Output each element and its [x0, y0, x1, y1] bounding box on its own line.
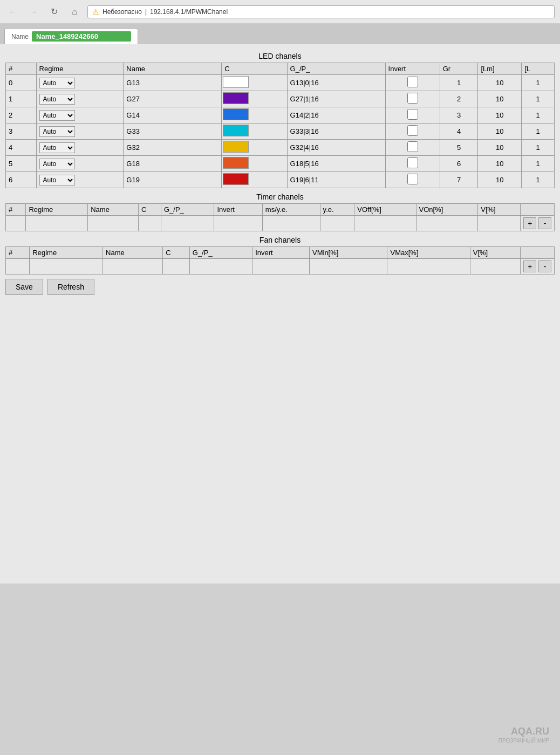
led-cell-invert[interactable]: [385, 156, 440, 172]
save-button[interactable]: Save: [5, 279, 43, 295]
led-cell-extra: 1: [522, 172, 555, 188]
led-cell-num: 2: [6, 107, 37, 123]
led-color-swatch-6[interactable]: [223, 173, 249, 185]
fan-col-v: V[%]: [470, 247, 521, 259]
led-cell-regime[interactable]: Auto Manual Off: [36, 156, 124, 172]
led-name-input-1[interactable]: [126, 95, 218, 103]
led-regime-select-3[interactable]: Auto Manual Off: [39, 126, 75, 137]
refresh-button[interactable]: Refresh: [47, 279, 94, 295]
led-cell-extra: 1: [522, 156, 555, 172]
main-tab[interactable]: Name: [4, 28, 138, 44]
home-button[interactable]: ⌂: [67, 4, 82, 19]
led-cell-color[interactable]: [222, 75, 287, 91]
led-cell-color[interactable]: [222, 107, 287, 123]
led-cell-name[interactable]: [124, 107, 222, 123]
led-cell-gr: 4: [440, 123, 478, 140]
led-name-input-0[interactable]: [126, 79, 218, 87]
led-cell-invert[interactable]: [385, 123, 440, 140]
timer-col-invert: Invert: [214, 204, 262, 216]
led-invert-check-1[interactable]: [407, 93, 418, 104]
led-cell-invert[interactable]: [385, 91, 440, 107]
led-cell-invert[interactable]: [385, 172, 440, 188]
refresh-browser-button[interactable]: ↻: [46, 4, 62, 19]
led-invert-check-6[interactable]: [407, 174, 418, 184]
led-cell-regime[interactable]: Auto Manual Off: [36, 91, 124, 107]
led-cell-invert[interactable]: [385, 140, 440, 156]
led-col-hash: #: [6, 63, 37, 75]
led-cell-name[interactable]: [124, 172, 222, 188]
led-regime-select-0[interactable]: Auto Manual Off: [39, 78, 75, 88]
forward-button[interactable]: →: [26, 4, 41, 19]
url-separator: |: [145, 8, 147, 16]
timer-remove-button[interactable]: -: [538, 217, 551, 229]
led-cell-color[interactable]: [222, 123, 287, 140]
led-invert-check-3[interactable]: [407, 125, 418, 136]
led-cell-regime[interactable]: Auto Manual Off: [36, 123, 124, 140]
timer-col-regime: Regime: [26, 204, 88, 216]
led-invert-check-5[interactable]: [407, 157, 418, 168]
back-button[interactable]: ←: [5, 4, 21, 19]
led-col-extra: [L: [522, 63, 555, 75]
led-cell-invert[interactable]: [385, 75, 440, 91]
led-regime-select-4[interactable]: Auto Manual Off: [39, 142, 75, 153]
led-cell-color[interactable]: [222, 156, 287, 172]
led-cell-name[interactable]: [124, 156, 222, 172]
fan-col-vmax: VMax[%]: [387, 247, 470, 259]
led-invert-check-4[interactable]: [407, 141, 418, 152]
led-color-swatch-5[interactable]: [223, 157, 249, 169]
led-cell-name[interactable]: [124, 123, 222, 140]
fan-col-regime: Regime: [30, 247, 103, 259]
led-cell-invert[interactable]: [385, 107, 440, 123]
led-color-swatch-1[interactable]: [223, 92, 249, 104]
led-color-swatch-0[interactable]: [223, 76, 249, 88]
led-cell-extra: 1: [522, 91, 555, 107]
led-cell-regime[interactable]: Auto Manual Off: [36, 140, 124, 156]
timer-col-c: C: [139, 204, 161, 216]
led-name-input-4[interactable]: [126, 143, 218, 152]
led-name-input-3[interactable]: [126, 127, 218, 135]
led-regime-select-1[interactable]: Auto Manual Off: [39, 94, 75, 105]
led-cell-color[interactable]: [222, 91, 287, 107]
led-color-swatch-3[interactable]: [223, 125, 249, 136]
led-row-4: 4 Auto Manual Off G32|4|16 5 10 1: [6, 140, 555, 156]
led-cell-color[interactable]: [222, 172, 287, 188]
led-cell-gp: G32|4|16: [287, 140, 385, 156]
led-invert-check-2[interactable]: [407, 109, 418, 120]
browser-bar: ← → ↻ ⌂ ⚠ Небезопасно | 192.168.4.1/MPWM…: [0, 0, 560, 24]
timer-add-button[interactable]: +: [523, 217, 536, 229]
tab-name-input[interactable]: [32, 31, 131, 42]
led-cell-gr: 3: [440, 107, 478, 123]
led-cell-lm: 10: [478, 107, 522, 123]
led-cell-color[interactable]: [222, 140, 287, 156]
led-regime-select-5[interactable]: Auto Manual Off: [39, 159, 75, 169]
led-cell-name[interactable]: [124, 75, 222, 91]
led-col-c: C: [222, 63, 287, 75]
fan-add-button[interactable]: +: [523, 260, 536, 272]
fan-section-title: Fan chanels: [5, 236, 555, 244]
watermark-line1: AQA.RU: [511, 726, 549, 737]
led-cell-extra: 1: [522, 123, 555, 140]
led-cell-name[interactable]: [124, 91, 222, 107]
led-name-input-5[interactable]: [126, 160, 218, 168]
led-color-swatch-2[interactable]: [223, 108, 249, 120]
led-col-gr: Gr: [440, 63, 478, 75]
led-cell-regime[interactable]: Auto Manual Off: [36, 107, 124, 123]
timer-col-v: V[%]: [478, 204, 521, 216]
watermark: AQA.RU ПРОЗРАЧНЫЙ МИР: [498, 726, 549, 744]
led-cell-regime[interactable]: Auto Manual Off: [36, 75, 124, 91]
led-regime-select-2[interactable]: Auto Manual Off: [39, 110, 75, 121]
led-regime-select-6[interactable]: Auto Manual Off: [39, 175, 75, 186]
led-cell-name[interactable]: [124, 140, 222, 156]
led-col-regime: Regime: [36, 63, 124, 75]
led-color-swatch-4[interactable]: [223, 141, 249, 153]
led-name-input-2[interactable]: [126, 111, 218, 119]
led-cell-regime[interactable]: Auto Manual Off: [36, 172, 124, 188]
led-row-5: 5 Auto Manual Off G18|5|16 6 10 1: [6, 156, 555, 172]
led-cell-lm: 10: [478, 172, 522, 188]
timer-section-title: Timer chanels: [5, 193, 555, 201]
led-name-input-6[interactable]: [126, 176, 218, 184]
led-invert-check-0[interactable]: [407, 77, 418, 87]
fan-empty-row: + -: [6, 259, 555, 274]
timer-col-name: Name: [88, 204, 139, 216]
fan-remove-button[interactable]: -: [538, 260, 551, 272]
